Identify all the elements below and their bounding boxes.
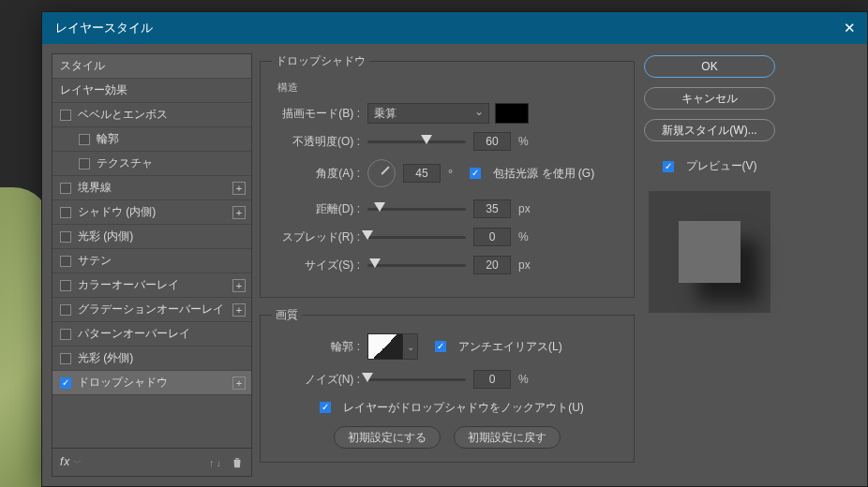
spread-label: スプレッド(R) :	[272, 229, 367, 245]
layer-style-dialog: レイヤースタイル ✕ スタイル レイヤー効果 ベベルとエンボス 輪郭 テクスチャ…	[41, 11, 868, 487]
quality-legend: 画質	[272, 307, 302, 323]
contour-label: 輪郭 :	[272, 339, 367, 355]
angle-label: 角度(A) :	[272, 166, 367, 182]
checkbox-icon[interactable]	[60, 110, 71, 121]
global-light-checkbox[interactable]: 包括光源 を使用 (G)	[470, 166, 594, 182]
checkbox-icon[interactable]	[60, 207, 71, 218]
distance-label: 距離(D) :	[272, 201, 367, 217]
noise-label: ノイズ(N) :	[272, 372, 367, 388]
sidebar-item-drop-shadow[interactable]: ドロップシャドウ+	[52, 371, 251, 395]
checkbox-icon	[435, 341, 446, 352]
sidebar-item-texture[interactable]: テクスチャ	[52, 152, 251, 176]
knockout-checkbox[interactable]: レイヤーがドロップシャドウをノックアウト(U)	[320, 400, 584, 416]
ok-button[interactable]: OK	[644, 55, 775, 78]
contour-picker[interactable]	[367, 333, 403, 360]
sidebar-item-color-overlay[interactable]: カラーオーバーレイ+	[52, 273, 251, 298]
angle-degree: °	[448, 167, 453, 181]
checkbox-icon[interactable]	[60, 280, 71, 291]
preview-thumbnail	[649, 191, 771, 313]
close-icon[interactable]: ✕	[841, 20, 858, 37]
sidebar-item-bevel-emboss[interactable]: ベベルとエンボス	[52, 103, 251, 127]
checkbox-icon	[663, 161, 674, 172]
angle-dial[interactable]	[367, 159, 396, 187]
add-icon[interactable]: +	[232, 303, 246, 317]
contour-dropdown[interactable]: ⌄	[403, 333, 418, 360]
checkbox-icon[interactable]	[60, 377, 71, 389]
size-slider[interactable]	[367, 258, 466, 273]
spread-input[interactable]	[473, 228, 511, 246]
add-icon[interactable]: +	[232, 182, 246, 195]
spread-slider[interactable]	[367, 229, 466, 244]
sidebar-item-satin[interactable]: サテン	[52, 249, 251, 273]
distance-slider[interactable]	[367, 201, 466, 216]
blend-mode-label: 描画モード(B) :	[272, 106, 367, 122]
checkbox-icon[interactable]	[60, 304, 71, 316]
trash-icon[interactable]	[231, 456, 244, 469]
angle-input[interactable]	[403, 164, 441, 183]
opacity-unit: %	[518, 135, 529, 148]
chevron-down-icon: ﹀	[72, 458, 82, 467]
checkbox-icon	[320, 402, 331, 413]
blend-mode-select[interactable]: 乗算	[367, 103, 489, 124]
noise-input[interactable]	[473, 370, 511, 389]
structure-legend: ドロップシャドウ	[272, 53, 369, 69]
opacity-input[interactable]	[473, 132, 511, 151]
opacity-label: 不透明度(O) :	[272, 134, 367, 150]
styles-sidebar: スタイル レイヤー効果 ベベルとエンボス 輪郭 テクスチャ 境界線+ シャドウ …	[52, 53, 252, 477]
add-icon[interactable]: +	[232, 376, 246, 390]
checkbox-icon[interactable]	[60, 329, 71, 340]
sidebar-item-gradient-overlay[interactable]: グラデーションオーバーレイ+	[52, 298, 251, 322]
add-icon[interactable]: +	[232, 206, 246, 219]
cancel-button[interactable]: キャンセル	[644, 87, 775, 110]
checkbox-icon[interactable]	[60, 183, 71, 194]
opacity-slider[interactable]	[367, 134, 466, 149]
sidebar-footer: fx﹀ ↑↓	[52, 448, 251, 476]
add-icon[interactable]: +	[232, 279, 246, 292]
noise-unit: %	[518, 373, 529, 386]
checkbox-icon	[470, 168, 481, 179]
titlebar: レイヤースタイル ✕	[42, 12, 867, 44]
sidebar-item-layer-effects[interactable]: レイヤー効果	[52, 79, 251, 103]
distance-unit: px	[518, 202, 531, 215]
sidebar-item-inner-glow[interactable]: 光彩 (内側)	[52, 225, 251, 249]
spread-unit: %	[518, 230, 529, 244]
quality-fieldset: 画質 輪郭 : ⌄ アンチエイリアス(L) ノイズ(N) : %	[260, 307, 635, 463]
checkbox-icon[interactable]	[60, 231, 71, 243]
reset-default-button[interactable]: 初期設定に戻す	[454, 426, 561, 449]
sidebar-item-pattern-overlay[interactable]: パターンオーバーレイ	[52, 322, 251, 347]
fx-menu[interactable]: fx﹀	[60, 455, 82, 469]
checkbox-icon[interactable]	[79, 134, 90, 145]
distance-input[interactable]	[473, 199, 511, 218]
checkbox-icon[interactable]	[60, 256, 71, 267]
dialog-title: レイヤースタイル	[55, 20, 153, 37]
preview-checkbox[interactable]: プレビュー(V)	[644, 158, 775, 174]
sidebar-item-outer-glow[interactable]: 光彩 (外側)	[52, 347, 251, 371]
sidebar-item-stroke[interactable]: 境界線+	[52, 176, 251, 200]
reorder-icon[interactable]: ↑↓	[209, 457, 221, 468]
structure-fieldset: ドロップシャドウ 構造 描画モード(B) : 乗算 不透明度(O) : %	[260, 53, 635, 298]
new-style-button[interactable]: 新規スタイル(W)...	[644, 119, 775, 141]
antialias-checkbox[interactable]: アンチエイリアス(L)	[435, 339, 562, 355]
sidebar-item-contour[interactable]: 輪郭	[52, 127, 251, 152]
sidebar-header-styles[interactable]: スタイル	[52, 54, 251, 79]
size-unit: px	[518, 258, 531, 272]
make-default-button[interactable]: 初期設定にする	[334, 426, 441, 449]
sidebar-item-inner-shadow[interactable]: シャドウ (内側)+	[52, 200, 251, 225]
size-input[interactable]	[473, 256, 511, 274]
shadow-color-chip[interactable]	[495, 103, 529, 124]
size-label: サイズ(S) :	[272, 258, 367, 273]
checkbox-icon[interactable]	[60, 353, 71, 364]
structure-subheader: 構造	[277, 81, 622, 95]
noise-slider[interactable]	[367, 372, 466, 387]
checkbox-icon[interactable]	[79, 158, 90, 170]
